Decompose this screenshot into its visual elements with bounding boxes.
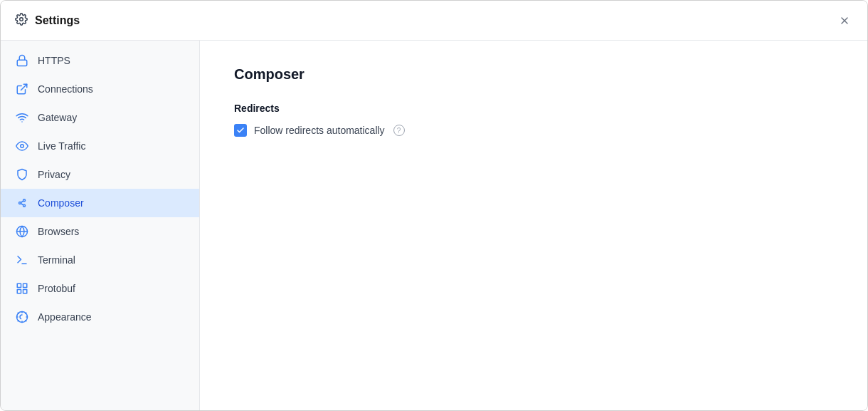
sidebar: HTTPS Connections [1,41,200,410]
eye-icon [15,139,29,153]
protobuf-icon [15,281,29,296]
wifi-icon [15,110,29,125]
sidebar-item-label: Appearance [38,311,92,323]
help-icon[interactable]: ? [393,125,405,136]
page-title: Composer [234,66,833,83]
titlebar-title: Settings [35,14,80,27]
sidebar-item-composer[interactable]: Composer [1,189,199,217]
sidebar-item-label: Protobuf [38,283,75,294]
sidebar-item-label: Terminal [38,254,75,266]
lock-icon [15,53,29,68]
sidebar-item-label: Privacy [38,169,70,180]
follow-redirects-checkbox[interactable] [234,124,247,137]
svg-line-10 [21,201,23,202]
sidebar-item-protobuf[interactable]: Protobuf [1,274,199,303]
plug-icon [15,82,29,96]
sidebar-item-privacy[interactable]: Privacy [1,160,199,189]
redirects-section: Redirects Follow redirects automatically… [234,103,833,137]
terminal-icon [15,253,29,267]
follow-redirects-row: Follow redirects automatically ? [234,124,833,137]
sidebar-item-https[interactable]: HTTPS [1,46,199,75]
sidebar-item-label: Gateway [38,112,77,123]
svg-rect-17 [17,290,21,293]
main-content: HTTPS Connections [1,41,867,410]
sidebar-item-label: Composer [38,197,84,209]
sidebar-item-live-traffic[interactable]: Live Traffic [1,132,199,160]
sidebar-item-label: Browsers [38,226,79,237]
content-area: Composer Redirects Follow redirects auto… [200,41,867,410]
follow-redirects-label: Follow redirects automatically [254,125,385,136]
composer-icon [15,196,29,210]
svg-point-0 [20,17,23,21]
globe-icon [15,224,29,239]
sidebar-item-connections[interactable]: Connections [1,75,199,103]
sidebar-item-label: Live Traffic [38,140,85,152]
redirects-section-title: Redirects [234,103,833,114]
settings-icon [15,13,28,28]
settings-window: Settings HTTPS [0,0,868,411]
sidebar-item-gateway[interactable]: Gateway [1,103,199,132]
sidebar-item-terminal[interactable]: Terminal [1,246,199,274]
titlebar-left: Settings [15,13,80,28]
svg-rect-18 [23,290,27,293]
sidebar-item-browsers[interactable]: Browsers [1,217,199,246]
titlebar: Settings [1,1,867,41]
svg-line-11 [21,204,23,205]
sidebar-item-label: Connections [38,83,93,95]
svg-rect-16 [23,283,27,287]
svg-rect-15 [17,283,21,287]
svg-point-6 [21,145,24,148]
shield-icon [15,167,29,182]
appearance-icon [15,310,29,324]
svg-line-4 [21,84,27,90]
close-button[interactable] [836,12,853,29]
sidebar-item-appearance[interactable]: Appearance [1,303,199,331]
svg-rect-3 [17,60,27,66]
sidebar-item-label: HTTPS [38,55,70,66]
